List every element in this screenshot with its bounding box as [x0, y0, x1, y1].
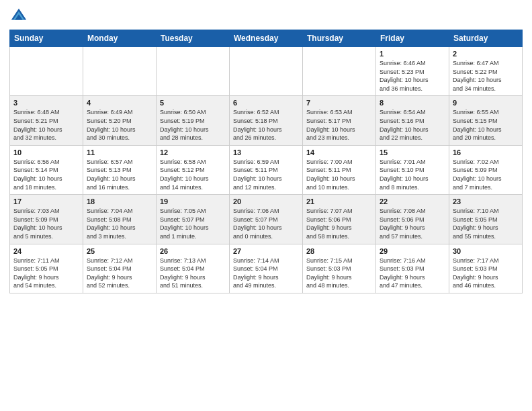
- day-number: 17: [13, 197, 79, 205]
- day-info: Sunrise: 7:04 AM Sunset: 5:08 PM Dayligh…: [87, 207, 152, 240]
- col-header-friday: Friday: [376, 30, 449, 47]
- day-cell: 10Sunrise: 6:56 AM Sunset: 5:14 PM Dayli…: [10, 145, 83, 194]
- day-cell: 12Sunrise: 6:58 AM Sunset: 5:12 PM Dayli…: [157, 145, 230, 194]
- day-number: 2: [453, 50, 519, 58]
- day-info: Sunrise: 6:46 AM Sunset: 5:23 PM Dayligh…: [380, 59, 445, 93]
- col-header-sunday: Sunday: [10, 30, 83, 47]
- day-cell: 4Sunrise: 6:49 AM Sunset: 5:20 PM Daylig…: [83, 96, 157, 145]
- day-number: 9: [453, 99, 519, 107]
- day-number: 1: [380, 50, 445, 58]
- day-cell: 26Sunrise: 7:13 AM Sunset: 5:04 PM Dayli…: [157, 244, 230, 293]
- day-number: 25: [87, 247, 152, 255]
- day-info: Sunrise: 7:17 AM Sunset: 5:03 PM Dayligh…: [453, 257, 519, 290]
- day-cell: 28Sunrise: 7:15 AM Sunset: 5:03 PM Dayli…: [303, 244, 376, 293]
- day-number: 16: [453, 148, 519, 156]
- day-info: Sunrise: 7:15 AM Sunset: 5:03 PM Dayligh…: [306, 257, 372, 290]
- day-cell: [230, 47, 303, 96]
- day-cell: 2Sunrise: 6:47 AM Sunset: 5:22 PM Daylig…: [449, 47, 523, 96]
- day-info: Sunrise: 7:02 AM Sunset: 5:09 PM Dayligh…: [453, 158, 519, 191]
- day-info: Sunrise: 6:59 AM Sunset: 5:11 PM Dayligh…: [233, 158, 299, 191]
- day-info: Sunrise: 7:13 AM Sunset: 5:04 PM Dayligh…: [160, 257, 226, 290]
- day-cell: 17Sunrise: 7:03 AM Sunset: 5:09 PM Dayli…: [10, 195, 83, 244]
- day-cell: 9Sunrise: 6:55 AM Sunset: 5:15 PM Daylig…: [449, 96, 523, 145]
- day-info: Sunrise: 7:07 AM Sunset: 5:06 PM Dayligh…: [306, 207, 372, 240]
- day-info: Sunrise: 6:49 AM Sunset: 5:20 PM Dayligh…: [87, 108, 152, 142]
- day-info: Sunrise: 7:03 AM Sunset: 5:09 PM Dayligh…: [13, 207, 79, 240]
- day-info: Sunrise: 7:16 AM Sunset: 5:03 PM Dayligh…: [380, 257, 445, 290]
- col-header-thursday: Thursday: [303, 30, 376, 47]
- day-cell: 8Sunrise: 6:54 AM Sunset: 5:16 PM Daylig…: [376, 96, 449, 145]
- day-info: Sunrise: 6:52 AM Sunset: 5:18 PM Dayligh…: [233, 108, 299, 142]
- day-info: Sunrise: 6:58 AM Sunset: 5:12 PM Dayligh…: [160, 158, 226, 191]
- week-row-1: 1Sunrise: 6:46 AM Sunset: 5:23 PM Daylig…: [10, 47, 523, 96]
- day-info: Sunrise: 7:05 AM Sunset: 5:07 PM Dayligh…: [160, 207, 226, 240]
- week-row-3: 10Sunrise: 6:56 AM Sunset: 5:14 PM Dayli…: [10, 145, 523, 194]
- day-number: 26: [160, 247, 226, 255]
- day-number: 30: [453, 247, 519, 255]
- col-header-wednesday: Wednesday: [230, 30, 303, 47]
- day-number: 29: [380, 247, 445, 255]
- day-info: Sunrise: 6:56 AM Sunset: 5:14 PM Dayligh…: [13, 158, 79, 191]
- header: [9, 7, 523, 26]
- day-cell: 24Sunrise: 7:11 AM Sunset: 5:05 PM Dayli…: [10, 244, 83, 293]
- day-cell: 7Sunrise: 6:53 AM Sunset: 5:17 PM Daylig…: [303, 96, 376, 145]
- day-cell: 3Sunrise: 6:48 AM Sunset: 5:21 PM Daylig…: [10, 96, 83, 145]
- logo-icon: [9, 7, 28, 26]
- day-info: Sunrise: 6:57 AM Sunset: 5:13 PM Dayligh…: [87, 158, 152, 191]
- day-info: Sunrise: 7:00 AM Sunset: 5:11 PM Dayligh…: [306, 158, 372, 191]
- day-info: Sunrise: 6:48 AM Sunset: 5:21 PM Dayligh…: [13, 108, 79, 142]
- day-number: 15: [380, 148, 445, 156]
- day-info: Sunrise: 7:11 AM Sunset: 5:05 PM Dayligh…: [13, 257, 79, 290]
- day-number: 21: [306, 197, 372, 205]
- page: SundayMondayTuesdayWednesdayThursdayFrid…: [0, 0, 532, 411]
- col-header-saturday: Saturday: [449, 30, 523, 47]
- day-cell: 23Sunrise: 7:10 AM Sunset: 5:05 PM Dayli…: [449, 195, 523, 244]
- day-cell: 15Sunrise: 7:01 AM Sunset: 5:10 PM Dayli…: [376, 145, 449, 194]
- day-number: 13: [233, 148, 299, 156]
- calendar-table: SundayMondayTuesdayWednesdayThursdayFrid…: [9, 30, 523, 293]
- day-cell: 16Sunrise: 7:02 AM Sunset: 5:09 PM Dayli…: [449, 145, 523, 194]
- day-number: 14: [306, 148, 372, 156]
- day-number: 10: [13, 148, 79, 156]
- day-cell: 21Sunrise: 7:07 AM Sunset: 5:06 PM Dayli…: [303, 195, 376, 244]
- day-info: Sunrise: 7:01 AM Sunset: 5:10 PM Dayligh…: [380, 158, 445, 191]
- day-cell: 22Sunrise: 7:08 AM Sunset: 5:06 PM Dayli…: [376, 195, 449, 244]
- day-number: 27: [233, 247, 299, 255]
- logo: [9, 7, 31, 26]
- week-row-4: 17Sunrise: 7:03 AM Sunset: 5:09 PM Dayli…: [10, 195, 523, 244]
- col-header-monday: Monday: [83, 30, 157, 47]
- day-number: 7: [306, 99, 372, 107]
- day-info: Sunrise: 6:50 AM Sunset: 5:19 PM Dayligh…: [160, 108, 226, 142]
- day-info: Sunrise: 6:55 AM Sunset: 5:15 PM Dayligh…: [453, 108, 519, 142]
- day-cell: 20Sunrise: 7:06 AM Sunset: 5:07 PM Dayli…: [230, 195, 303, 244]
- day-cell: 1Sunrise: 6:46 AM Sunset: 5:23 PM Daylig…: [376, 47, 449, 96]
- day-cell: 30Sunrise: 7:17 AM Sunset: 5:03 PM Dayli…: [449, 244, 523, 293]
- day-number: 3: [13, 99, 79, 107]
- day-number: 12: [160, 148, 226, 156]
- day-cell: 18Sunrise: 7:04 AM Sunset: 5:08 PM Dayli…: [83, 195, 157, 244]
- day-cell: 27Sunrise: 7:14 AM Sunset: 5:04 PM Dayli…: [230, 244, 303, 293]
- day-info: Sunrise: 7:06 AM Sunset: 5:07 PM Dayligh…: [233, 207, 299, 240]
- day-number: 8: [380, 99, 445, 107]
- day-cell: [303, 47, 376, 96]
- day-number: 28: [306, 247, 372, 255]
- day-cell: 5Sunrise: 6:50 AM Sunset: 5:19 PM Daylig…: [157, 96, 230, 145]
- day-cell: [157, 47, 230, 96]
- day-number: 5: [160, 99, 226, 107]
- day-info: Sunrise: 7:12 AM Sunset: 5:04 PM Dayligh…: [87, 257, 152, 290]
- day-info: Sunrise: 6:53 AM Sunset: 5:17 PM Dayligh…: [306, 108, 372, 142]
- day-cell: [10, 47, 83, 96]
- day-number: 11: [87, 148, 152, 156]
- day-cell: [83, 47, 157, 96]
- day-number: 6: [233, 99, 299, 107]
- day-cell: 29Sunrise: 7:16 AM Sunset: 5:03 PM Dayli…: [376, 244, 449, 293]
- day-cell: 25Sunrise: 7:12 AM Sunset: 5:04 PM Dayli…: [83, 244, 157, 293]
- day-info: Sunrise: 6:54 AM Sunset: 5:16 PM Dayligh…: [380, 108, 445, 142]
- day-info: Sunrise: 7:10 AM Sunset: 5:05 PM Dayligh…: [453, 207, 519, 240]
- week-row-2: 3Sunrise: 6:48 AM Sunset: 5:21 PM Daylig…: [10, 96, 523, 145]
- day-cell: 14Sunrise: 7:00 AM Sunset: 5:11 PM Dayli…: [303, 145, 376, 194]
- day-number: 20: [233, 197, 299, 205]
- day-number: 19: [160, 197, 226, 205]
- day-cell: 6Sunrise: 6:52 AM Sunset: 5:18 PM Daylig…: [230, 96, 303, 145]
- col-header-tuesday: Tuesday: [157, 30, 230, 47]
